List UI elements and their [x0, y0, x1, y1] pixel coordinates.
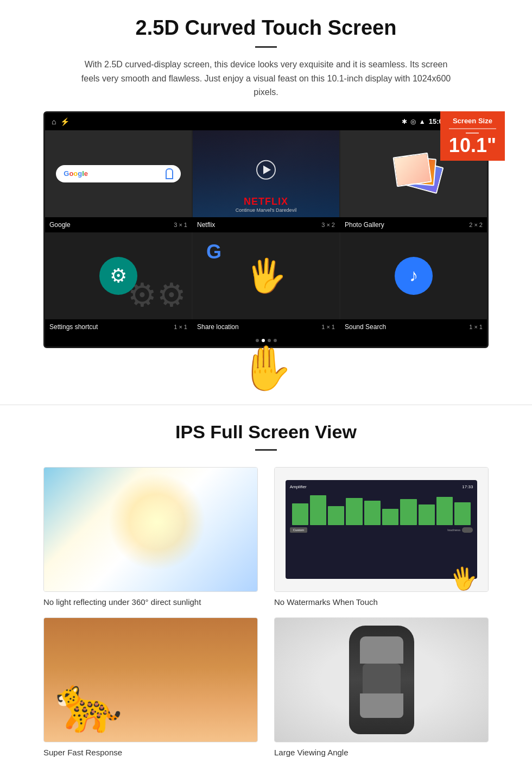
gallery-label-size: 2 × 2	[469, 222, 483, 228]
play-triangle-icon	[263, 166, 271, 174]
google-mic-icon[interactable]	[166, 168, 173, 179]
settings-label-name: Settings shortcut	[49, 323, 98, 331]
netflix-logo: NETFLIX	[197, 196, 335, 207]
dot-3[interactable]	[268, 339, 271, 342]
amp-equalizer-bars	[290, 493, 473, 525]
section1-title: 2.5D Curved Touch Screen	[33, 16, 499, 40]
amp-footer: Custom loudness	[290, 527, 473, 533]
dot-1[interactable]	[256, 339, 259, 342]
amp-custom-btn[interactable]: Custom	[290, 527, 308, 533]
app-grid-row2: ⚙⚙ ⚙ G 🖐	[45, 232, 487, 319]
feature-grid: No light reflecting under 360° direct su…	[43, 467, 489, 757]
badge-label: Screen Size	[449, 117, 496, 129]
status-left-icons: ⌂ ⚡	[52, 117, 69, 126]
cheetah-caption: Super Fast Response	[43, 748, 258, 757]
toggle-pill[interactable]	[462, 527, 473, 533]
amp-bar-8	[419, 504, 435, 525]
section2-underline	[255, 449, 277, 451]
settings-label: Settings shortcut 1 × 1	[45, 320, 192, 333]
music-note-icon: ♪	[409, 266, 418, 286]
location-icon: ◎	[410, 118, 416, 125]
section-ips-view: IPS Full Screen View No light reflecting…	[0, 416, 532, 757]
gear-icon: ⚙	[110, 264, 127, 287]
sound-search-cell[interactable]: ♪	[340, 232, 487, 319]
share-location-cell[interactable]: G 🖐	[193, 232, 339, 319]
car-rear-window	[360, 693, 403, 718]
amp-time: 17:33	[462, 484, 473, 489]
google-g-letter: G	[206, 241, 221, 263]
section1-description: With 2.5D curved-display screen, this de…	[76, 58, 456, 99]
amp-bar-10	[454, 502, 471, 525]
device-frame: ⌂ ⚡ ✱ ◎ ▲ 15:06 ◫ ♪ ✕ ▭	[43, 111, 489, 348]
gallery-stack	[392, 152, 435, 195]
sunlight-caption: No light reflecting under 360° direct su…	[43, 597, 258, 607]
status-bar: ⌂ ⚡ ✱ ◎ ▲ 15:06 ◫ ♪ ✕ ▭	[45, 113, 487, 130]
google-label-name: Google	[49, 221, 71, 229]
car-top-view	[349, 626, 414, 734]
feature-watermarks: Amplifier 17:33	[274, 467, 489, 607]
settings-label-size: 1 × 1	[174, 324, 187, 330]
loudness-label: loudness	[447, 528, 460, 532]
amp-bar-9	[436, 497, 453, 525]
feature-cheetah: 🐆 Super Fast Response	[43, 617, 258, 757]
amp-header: Amplifier 17:33	[290, 484, 473, 489]
amp-bar-7	[400, 499, 416, 525]
car-caption: Large Viewing Angle	[274, 748, 489, 757]
bluetooth-icon: ✱	[402, 118, 407, 125]
app-labels-row2: Settings shortcut 1 × 1 Share location 1…	[45, 319, 487, 335]
amp-bar-2	[310, 495, 326, 525]
netflix-play-button[interactable]	[256, 160, 276, 180]
sound-icon-circle: ♪	[395, 257, 433, 295]
section-curved-screen: 2.5D Curved Touch Screen With 2.5D curve…	[0, 0, 532, 354]
netflix-label: Netflix 3 × 2	[193, 218, 339, 231]
netflix-overlay: NETFLIX Continue Marvel's Daredevil	[193, 192, 339, 217]
amp-hand-icon: 🖐	[448, 564, 479, 592]
app-labels-row1: Google 3 × 1 Netflix 3 × 2 Photo Gallery…	[45, 217, 487, 232]
home-icon[interactable]: ⌂	[52, 117, 56, 126]
amp-bar-4	[346, 498, 362, 525]
dot-4[interactable]	[274, 339, 277, 342]
sun-rays	[108, 473, 206, 571]
car-windshield	[360, 636, 403, 664]
touch-hand-icon: 🤚	[0, 343, 532, 394]
google-label-size: 3 × 1	[174, 222, 187, 228]
feature-sunlight: No light reflecting under 360° direct su…	[43, 467, 258, 607]
ghost-gears: ⚙⚙	[128, 276, 186, 314]
badge-size: 10.1"	[449, 136, 496, 155]
section-divider	[0, 405, 532, 405]
section2-title: IPS Full Screen View	[33, 421, 499, 443]
screen-size-badge: Screen Size 10.1"	[440, 111, 505, 161]
sound-label-size: 1 × 1	[469, 324, 483, 330]
amplifier-image: Amplifier 17:33	[274, 467, 489, 592]
hand-pointer-icon: 🖐	[246, 256, 287, 295]
share-label-size: 1 × 1	[321, 324, 335, 330]
settings-app-cell[interactable]: ⚙⚙ ⚙	[45, 232, 192, 319]
amp-bar-5	[364, 501, 381, 525]
cheetah-image: 🐆	[43, 617, 258, 742]
amp-bar-6	[382, 509, 398, 525]
loudness-toggle[interactable]: loudness	[447, 527, 473, 533]
title-underline	[255, 46, 277, 48]
share-label-name: Share location	[197, 323, 239, 331]
netflix-app-cell[interactable]: NETFLIX Continue Marvel's Daredevil	[193, 130, 339, 217]
amp-screen: Amplifier 17:33	[286, 480, 478, 579]
google-logo: Google	[64, 169, 88, 178]
share-label: Share location 1 × 1	[193, 320, 339, 333]
app-grid-row1: Google NETFLIX	[45, 130, 487, 217]
feature-car: Large Viewing Angle	[274, 617, 489, 757]
google-search-bar[interactable]: Google	[56, 165, 181, 182]
badge-line	[466, 133, 479, 134]
watermarks-caption: No Watermarks When Touch	[274, 597, 489, 607]
device-wrapper: Screen Size 10.1" ⌂ ⚡ ✱ ◎ ▲ 15:06 ◫ ♪ ✕	[43, 111, 489, 348]
car-image	[274, 617, 489, 742]
sound-label: Sound Search 1 × 1	[340, 320, 487, 333]
amp-title: Amplifier	[290, 484, 307, 489]
netflix-subtitle: Continue Marvel's Daredevil	[197, 207, 335, 213]
cheetah-silhouette: 🐆	[55, 672, 123, 736]
dot-2-active[interactable]	[262, 339, 265, 342]
netflix-label-size: 3 × 2	[321, 222, 335, 228]
amp-bar-1	[292, 503, 308, 525]
amp-bar-3	[328, 506, 344, 525]
wifi-icon: ▲	[419, 118, 426, 125]
google-app-cell[interactable]: Google	[45, 130, 192, 217]
